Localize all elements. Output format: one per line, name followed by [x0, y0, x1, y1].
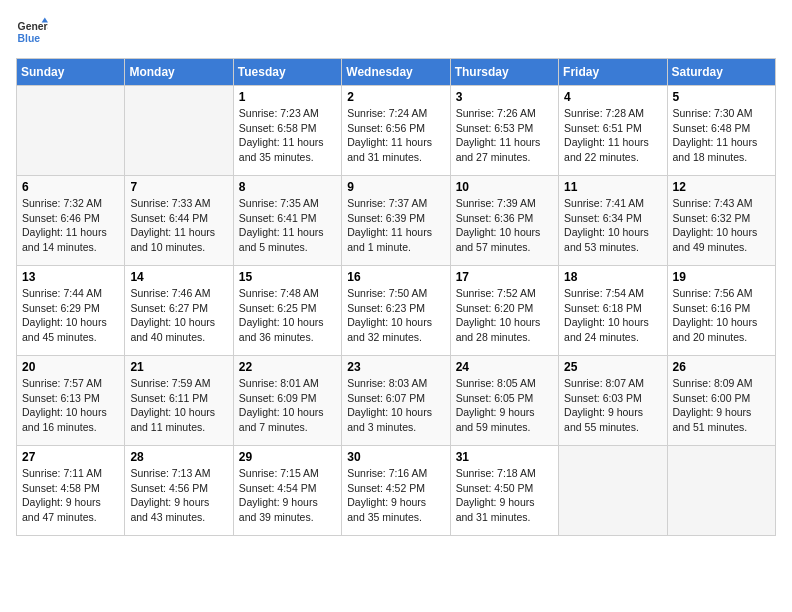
calendar-cell: 19Sunrise: 7:56 AMSunset: 6:16 PMDayligh… [667, 266, 775, 356]
cell-info: Sunrise: 7:57 AMSunset: 6:13 PMDaylight:… [22, 376, 119, 435]
calendar-cell: 23Sunrise: 8:03 AMSunset: 6:07 PMDayligh… [342, 356, 450, 446]
calendar-cell: 28Sunrise: 7:13 AMSunset: 4:56 PMDayligh… [125, 446, 233, 536]
cell-info: Sunrise: 7:37 AMSunset: 6:39 PMDaylight:… [347, 196, 444, 255]
calendar-week-1: 6Sunrise: 7:32 AMSunset: 6:46 PMDaylight… [17, 176, 776, 266]
day-number: 6 [22, 180, 119, 194]
svg-text:Blue: Blue [18, 33, 41, 44]
calendar-cell: 3Sunrise: 7:26 AMSunset: 6:53 PMDaylight… [450, 86, 558, 176]
weekday-header-row: SundayMondayTuesdayWednesdayThursdayFrid… [17, 59, 776, 86]
calendar-cell: 17Sunrise: 7:52 AMSunset: 6:20 PMDayligh… [450, 266, 558, 356]
calendar-cell: 31Sunrise: 7:18 AMSunset: 4:50 PMDayligh… [450, 446, 558, 536]
day-number: 12 [673, 180, 770, 194]
calendar-cell [559, 446, 667, 536]
day-number: 15 [239, 270, 336, 284]
calendar-cell: 6Sunrise: 7:32 AMSunset: 6:46 PMDaylight… [17, 176, 125, 266]
cell-info: Sunrise: 7:43 AMSunset: 6:32 PMDaylight:… [673, 196, 770, 255]
day-number: 22 [239, 360, 336, 374]
calendar-cell: 16Sunrise: 7:50 AMSunset: 6:23 PMDayligh… [342, 266, 450, 356]
day-number: 19 [673, 270, 770, 284]
day-number: 14 [130, 270, 227, 284]
day-number: 5 [673, 90, 770, 104]
day-number: 1 [239, 90, 336, 104]
logo-icon: General Blue [16, 16, 48, 48]
cell-info: Sunrise: 7:13 AMSunset: 4:56 PMDaylight:… [130, 466, 227, 525]
calendar-cell: 15Sunrise: 7:48 AMSunset: 6:25 PMDayligh… [233, 266, 341, 356]
day-number: 17 [456, 270, 553, 284]
cell-info: Sunrise: 7:24 AMSunset: 6:56 PMDaylight:… [347, 106, 444, 165]
cell-info: Sunrise: 7:18 AMSunset: 4:50 PMDaylight:… [456, 466, 553, 525]
cell-info: Sunrise: 7:39 AMSunset: 6:36 PMDaylight:… [456, 196, 553, 255]
day-number: 25 [564, 360, 661, 374]
day-number: 24 [456, 360, 553, 374]
cell-info: Sunrise: 7:26 AMSunset: 6:53 PMDaylight:… [456, 106, 553, 165]
day-number: 20 [22, 360, 119, 374]
calendar-cell: 21Sunrise: 7:59 AMSunset: 6:11 PMDayligh… [125, 356, 233, 446]
cell-info: Sunrise: 7:16 AMSunset: 4:52 PMDaylight:… [347, 466, 444, 525]
calendar-cell: 7Sunrise: 7:33 AMSunset: 6:44 PMDaylight… [125, 176, 233, 266]
calendar-cell: 25Sunrise: 8:07 AMSunset: 6:03 PMDayligh… [559, 356, 667, 446]
calendar-cell: 24Sunrise: 8:05 AMSunset: 6:05 PMDayligh… [450, 356, 558, 446]
cell-info: Sunrise: 8:03 AMSunset: 6:07 PMDaylight:… [347, 376, 444, 435]
page-header: General Blue [16, 16, 776, 48]
day-number: 27 [22, 450, 119, 464]
cell-info: Sunrise: 7:50 AMSunset: 6:23 PMDaylight:… [347, 286, 444, 345]
calendar-cell: 27Sunrise: 7:11 AMSunset: 4:58 PMDayligh… [17, 446, 125, 536]
calendar-cell: 30Sunrise: 7:16 AMSunset: 4:52 PMDayligh… [342, 446, 450, 536]
day-number: 28 [130, 450, 227, 464]
day-number: 7 [130, 180, 227, 194]
calendar-week-2: 13Sunrise: 7:44 AMSunset: 6:29 PMDayligh… [17, 266, 776, 356]
logo: General Blue [16, 16, 52, 48]
calendar-cell [125, 86, 233, 176]
cell-info: Sunrise: 8:07 AMSunset: 6:03 PMDaylight:… [564, 376, 661, 435]
cell-info: Sunrise: 7:41 AMSunset: 6:34 PMDaylight:… [564, 196, 661, 255]
cell-info: Sunrise: 8:05 AMSunset: 6:05 PMDaylight:… [456, 376, 553, 435]
weekday-header-tuesday: Tuesday [233, 59, 341, 86]
day-number: 4 [564, 90, 661, 104]
calendar-cell: 1Sunrise: 7:23 AMSunset: 6:58 PMDaylight… [233, 86, 341, 176]
day-number: 9 [347, 180, 444, 194]
day-number: 21 [130, 360, 227, 374]
calendar-cell: 20Sunrise: 7:57 AMSunset: 6:13 PMDayligh… [17, 356, 125, 446]
calendar-cell: 13Sunrise: 7:44 AMSunset: 6:29 PMDayligh… [17, 266, 125, 356]
calendar-cell: 22Sunrise: 8:01 AMSunset: 6:09 PMDayligh… [233, 356, 341, 446]
weekday-header-saturday: Saturday [667, 59, 775, 86]
day-number: 2 [347, 90, 444, 104]
cell-info: Sunrise: 8:01 AMSunset: 6:09 PMDaylight:… [239, 376, 336, 435]
calendar-week-0: 1Sunrise: 7:23 AMSunset: 6:58 PMDaylight… [17, 86, 776, 176]
weekday-header-friday: Friday [559, 59, 667, 86]
svg-text:General: General [18, 21, 48, 32]
day-number: 30 [347, 450, 444, 464]
day-number: 3 [456, 90, 553, 104]
cell-info: Sunrise: 7:56 AMSunset: 6:16 PMDaylight:… [673, 286, 770, 345]
calendar-cell [17, 86, 125, 176]
day-number: 31 [456, 450, 553, 464]
calendar-week-4: 27Sunrise: 7:11 AMSunset: 4:58 PMDayligh… [17, 446, 776, 536]
cell-info: Sunrise: 7:54 AMSunset: 6:18 PMDaylight:… [564, 286, 661, 345]
cell-info: Sunrise: 7:30 AMSunset: 6:48 PMDaylight:… [673, 106, 770, 165]
cell-info: Sunrise: 7:33 AMSunset: 6:44 PMDaylight:… [130, 196, 227, 255]
cell-info: Sunrise: 7:11 AMSunset: 4:58 PMDaylight:… [22, 466, 119, 525]
day-number: 18 [564, 270, 661, 284]
calendar-cell: 4Sunrise: 7:28 AMSunset: 6:51 PMDaylight… [559, 86, 667, 176]
calendar-cell: 18Sunrise: 7:54 AMSunset: 6:18 PMDayligh… [559, 266, 667, 356]
day-number: 29 [239, 450, 336, 464]
calendar-cell: 11Sunrise: 7:41 AMSunset: 6:34 PMDayligh… [559, 176, 667, 266]
calendar-table: SundayMondayTuesdayWednesdayThursdayFrid… [16, 58, 776, 536]
calendar-week-3: 20Sunrise: 7:57 AMSunset: 6:13 PMDayligh… [17, 356, 776, 446]
cell-info: Sunrise: 8:09 AMSunset: 6:00 PMDaylight:… [673, 376, 770, 435]
day-number: 10 [456, 180, 553, 194]
calendar-cell: 5Sunrise: 7:30 AMSunset: 6:48 PMDaylight… [667, 86, 775, 176]
calendar-cell: 12Sunrise: 7:43 AMSunset: 6:32 PMDayligh… [667, 176, 775, 266]
calendar-cell: 26Sunrise: 8:09 AMSunset: 6:00 PMDayligh… [667, 356, 775, 446]
cell-info: Sunrise: 7:52 AMSunset: 6:20 PMDaylight:… [456, 286, 553, 345]
calendar-cell [667, 446, 775, 536]
cell-info: Sunrise: 7:59 AMSunset: 6:11 PMDaylight:… [130, 376, 227, 435]
weekday-header-monday: Monday [125, 59, 233, 86]
cell-info: Sunrise: 7:32 AMSunset: 6:46 PMDaylight:… [22, 196, 119, 255]
day-number: 23 [347, 360, 444, 374]
cell-info: Sunrise: 7:23 AMSunset: 6:58 PMDaylight:… [239, 106, 336, 165]
cell-info: Sunrise: 7:44 AMSunset: 6:29 PMDaylight:… [22, 286, 119, 345]
calendar-cell: 8Sunrise: 7:35 AMSunset: 6:41 PMDaylight… [233, 176, 341, 266]
calendar-cell: 10Sunrise: 7:39 AMSunset: 6:36 PMDayligh… [450, 176, 558, 266]
calendar-body: 1Sunrise: 7:23 AMSunset: 6:58 PMDaylight… [17, 86, 776, 536]
